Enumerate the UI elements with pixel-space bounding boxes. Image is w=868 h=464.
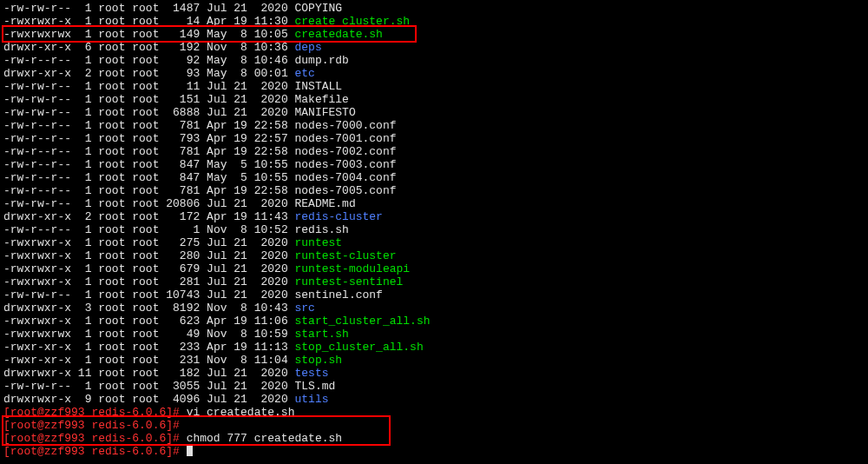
- file-links: 1: [78, 223, 98, 236]
- file-owner: root: [98, 302, 132, 315]
- file-date: Nov 8 10:43: [207, 302, 294, 315]
- file-listing-row: drwxr-xr-x 2 root root 172 Apr 19 11:43 …: [3, 210, 865, 223]
- file-size: 14: [166, 15, 207, 28]
- file-name: sentinel.conf: [295, 288, 383, 302]
- file-permissions: drwxrwxr-x: [3, 393, 78, 406]
- file-name: nodes-7004.conf: [295, 171, 397, 184]
- file-listing-row: -rw-r--r-- 1 root root 92 May 8 10:46 du…: [3, 54, 865, 67]
- file-date: Jul 21 2020: [207, 393, 294, 406]
- file-date: Apr 19 22:58: [207, 145, 294, 158]
- file-group: root: [132, 197, 166, 210]
- prompt-bracket-close: ]#: [166, 445, 186, 458]
- file-group: root: [132, 158, 166, 171]
- file-size: 847: [166, 158, 207, 171]
- file-permissions: -rw-rw-r--: [3, 380, 78, 393]
- file-owner: root: [98, 41, 132, 54]
- prompt-line: [root@zzf993 redis-6.0.6]# vi createdate…: [3, 406, 865, 419]
- file-date: Apr 19 11:43: [207, 210, 294, 223]
- file-links: 9: [78, 393, 98, 406]
- file-links: 1: [78, 341, 98, 354]
- file-listing-row: -rw-rw-r-- 1 root root 3055 Jul 21 2020 …: [3, 380, 865, 393]
- file-date: Jul 21 2020: [207, 93, 294, 106]
- file-size: 275: [166, 236, 207, 249]
- file-listing-row: -rw-rw-r-- 1 root root 6888 Jul 21 2020 …: [3, 106, 865, 119]
- file-links: 2: [78, 210, 98, 223]
- file-links: 1: [78, 2, 98, 15]
- file-date: Apr 19 11:30: [207, 15, 294, 28]
- prompt-user-host: root@zzf993 redis-6.0.6: [10, 419, 166, 432]
- file-links: 1: [78, 288, 98, 302]
- file-owner: root: [98, 275, 132, 288]
- file-name: deps: [295, 41, 322, 54]
- file-name: Makefile: [295, 93, 349, 106]
- file-group: root: [132, 80, 166, 93]
- file-permissions: -rwxrwxr-x: [3, 249, 78, 262]
- file-date: Jul 21 2020: [207, 249, 294, 262]
- file-owner: root: [98, 184, 132, 197]
- file-listing-row: -rw-rw-r-- 1 root root 20806 Jul 21 2020…: [3, 197, 865, 210]
- file-size: 20806: [166, 197, 207, 210]
- file-name: redis.sh: [295, 223, 349, 236]
- file-size: 233: [166, 341, 207, 354]
- file-size: 3055: [166, 380, 207, 393]
- file-owner: root: [98, 145, 132, 158]
- file-links: 1: [78, 315, 98, 328]
- file-links: 1: [78, 132, 98, 145]
- file-permissions: -rw-rw-r--: [3, 106, 78, 119]
- file-links: 1: [78, 171, 98, 184]
- file-group: root: [132, 315, 166, 328]
- file-name: src: [295, 302, 315, 315]
- file-date: Apr 19 11:13: [207, 341, 294, 354]
- file-date: Jul 21 2020: [207, 106, 294, 119]
- file-date: Jul 21 2020: [207, 197, 294, 210]
- prompt-line[interactable]: [root@zzf993 redis-6.0.6]#: [3, 445, 865, 458]
- file-size: 1: [166, 223, 207, 236]
- prompt-command: chmod 777 createdate.sh: [187, 432, 342, 445]
- prompt-bracket-close: ]#: [166, 419, 186, 432]
- file-date: Nov 8 11:04: [207, 354, 294, 367]
- file-links: 1: [78, 380, 98, 393]
- file-size: 182: [166, 367, 207, 380]
- file-owner: root: [98, 341, 132, 354]
- file-group: root: [132, 328, 166, 341]
- file-listing-row: -rw-r--r-- 1 root root 793 Apr 19 22:57 …: [3, 132, 865, 145]
- file-name: README.md: [295, 197, 356, 210]
- file-permissions: -rwxrwxr-x: [3, 275, 78, 288]
- file-name: runtest: [295, 236, 343, 249]
- file-group: root: [132, 93, 166, 106]
- file-name: INSTALL: [295, 80, 343, 93]
- file-permissions: -rw-r--r--: [3, 132, 78, 145]
- terminal-output[interactable]: -rw-rw-r-- 1 root root 1487 Jul 21 2020 …: [3, 2, 865, 458]
- file-links: 1: [78, 158, 98, 171]
- file-permissions: drwxrwxr-x: [3, 302, 78, 315]
- file-permissions: -rw-r--r--: [3, 158, 78, 171]
- file-group: root: [132, 249, 166, 262]
- file-name: start.sh: [295, 328, 349, 341]
- file-permissions: drwxrwxr-x: [3, 367, 78, 380]
- file-size: 11: [166, 80, 207, 93]
- file-group: root: [132, 106, 166, 119]
- file-date: May 8 10:05: [207, 28, 294, 41]
- file-name: TLS.md: [295, 380, 336, 393]
- file-links: 1: [78, 54, 98, 67]
- file-date: Jul 21 2020: [207, 262, 294, 275]
- file-size: 8192: [166, 302, 207, 315]
- file-owner: root: [98, 80, 132, 93]
- file-links: 11: [78, 367, 98, 380]
- file-permissions: -rw-rw-r--: [3, 197, 78, 210]
- file-listing-row: -rw-rw-r-- 1 root root 11 Jul 21 2020 IN…: [3, 80, 865, 93]
- file-name: nodes-7005.conf: [295, 184, 397, 197]
- file-links: 1: [78, 236, 98, 249]
- file-group: root: [132, 302, 166, 315]
- file-owner: root: [98, 236, 132, 249]
- file-owner: root: [98, 93, 132, 106]
- file-listing-row: -rwxrwxr-x 1 root root 14 Apr 19 11:30 c…: [3, 15, 865, 28]
- file-links: 1: [78, 106, 98, 119]
- cursor: [187, 445, 193, 456]
- file-owner: root: [98, 210, 132, 223]
- file-listing-row: -rwxrwxr-x 1 root root 679 Jul 21 2020 r…: [3, 262, 865, 275]
- file-size: 280: [166, 249, 207, 262]
- file-permissions: -rwxrwxrwx: [3, 328, 78, 341]
- prompt-user-host: root@zzf993 redis-6.0.6: [10, 406, 166, 419]
- file-size: 793: [166, 132, 207, 145]
